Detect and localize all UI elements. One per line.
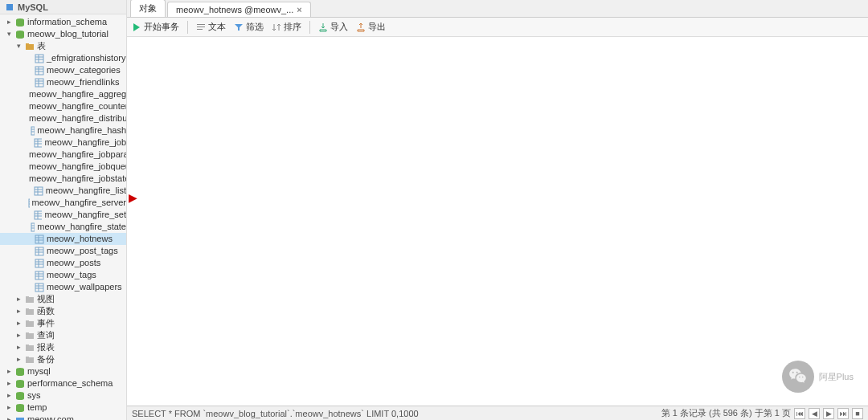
sort-icon — [272, 22, 281, 32]
svg-rect-95 — [26, 333, 34, 339]
page-next-button[interactable]: ▶ — [823, 408, 834, 419]
section-folder[interactable]: ▸查询 — [0, 329, 126, 341]
table-node[interactable]: meowv_hangfire_job — [0, 137, 126, 149]
page-first-button[interactable]: ⏮ — [794, 408, 805, 419]
export-icon — [356, 22, 366, 32]
filter-icon — [234, 22, 244, 32]
svg-rect-93 — [26, 321, 34, 327]
table-node[interactable]: meowv_categories — [0, 64, 126, 76]
table-node[interactable]: meowv_hangfire_list — [0, 185, 126, 197]
svg-point-103 — [16, 373, 24, 376]
play-icon — [132, 22, 141, 32]
close-icon[interactable]: × — [297, 5, 301, 14]
tab-label: meowv_hotnews @meowv_... — [176, 5, 293, 14]
svg-rect-98 — [26, 345, 29, 346]
table-node[interactable]: meowv_wallpapers — [0, 281, 126, 293]
tree-root-mysql[interactable]: MySQL — [0, 0, 126, 14]
table-node[interactable]: meowv_hangfire_jobqueue — [0, 161, 126, 173]
import-button[interactable]: 导入 — [318, 21, 348, 33]
svg-rect-96 — [26, 332, 29, 334]
table-node[interactable]: meowv_posts — [0, 257, 126, 269]
svg-rect-92 — [26, 308, 29, 310]
table-node[interactable]: meowv_hangfire_server — [0, 197, 126, 209]
svg-rect-100 — [26, 357, 29, 358]
svg-rect-13 — [35, 67, 43, 75]
section-folder[interactable]: ▸报表 — [0, 341, 126, 353]
status-query: SELECT * FROM `meowv_blog_tutorial`.`meo… — [132, 409, 419, 418]
page-stop-button[interactable]: ■ — [852, 408, 863, 419]
text-view-button[interactable]: 文本 — [196, 21, 226, 33]
svg-point-109 — [16, 397, 24, 400]
record-info: 第 1 条记录 (共 596 条) 于第 1 页 — [661, 407, 791, 419]
table-node[interactable]: meowv_tags — [0, 269, 126, 281]
editor-tab[interactable]: 对象 — [130, 0, 166, 17]
svg-rect-17 — [35, 79, 43, 87]
db-node[interactable]: ▸information_schema — [0, 16, 126, 28]
svg-point-112 — [16, 409, 24, 412]
data-grid-scroll[interactable] — [127, 37, 868, 406]
table-node[interactable]: meowv_friendlinks — [0, 76, 126, 88]
svg-rect-119 — [197, 27, 205, 27]
section-folder[interactable]: ▸视图 — [0, 293, 126, 305]
tree-root-label: MySQL — [18, 2, 48, 12]
svg-rect-118 — [197, 24, 205, 25]
svg-rect-97 — [26, 345, 34, 351]
start-transaction-button[interactable]: 开始事务 — [132, 21, 179, 33]
svg-rect-57 — [29, 199, 30, 207]
db-node[interactable]: ▸sys — [0, 389, 126, 402]
svg-rect-0 — [6, 4, 13, 10]
svg-rect-113 — [16, 418, 24, 421]
tab-label: 对象 — [139, 2, 157, 14]
table-node[interactable]: meowv_hotnews — [0, 233, 126, 245]
database-server-icon — [5, 2, 14, 12]
table-node[interactable]: meowv_hangfire_jobparameter — [0, 149, 126, 161]
import-icon — [318, 22, 328, 32]
page-prev-button[interactable]: ◀ — [809, 408, 820, 419]
sort-button[interactable]: 排序 — [272, 21, 301, 33]
table-node[interactable]: meowv_post_tags — [0, 245, 126, 257]
section-folder[interactable]: ▸事件 — [0, 317, 126, 329]
text-icon — [196, 22, 206, 32]
db-node[interactable]: ▸mysql — [0, 365, 126, 377]
svg-rect-89 — [26, 297, 34, 303]
svg-point-6 — [16, 35, 24, 39]
svg-rect-9 — [35, 55, 43, 63]
pager: 第 1 条记录 (共 596 条) 于第 1 页 ⏮ ◀ ▶ ⏭ ■ — [661, 407, 863, 419]
table-node[interactable]: meowv_hangfire_state — [0, 221, 126, 233]
svg-point-106 — [16, 385, 24, 388]
svg-rect-8 — [26, 43, 29, 45]
editor-tab[interactable]: meowv_hotnews @meowv_...× — [167, 2, 311, 17]
server-node[interactable]: ▸meowv.com — [0, 414, 126, 420]
svg-rect-61 — [35, 211, 43, 219]
table-node[interactable]: meowv_hangfire_distributedlock — [0, 112, 126, 124]
db-node[interactable]: ▸temp — [0, 402, 126, 414]
export-button[interactable]: 导出 — [356, 21, 386, 33]
svg-point-3 — [16, 23, 24, 27]
svg-rect-53 — [35, 187, 43, 195]
svg-marker-117 — [133, 23, 140, 31]
db-node[interactable]: ▸performance_schema — [0, 377, 126, 389]
toolbar: 开始事务 文本 筛选 排序 导入 导出 — [127, 18, 868, 37]
section-folder[interactable]: ▸备份 — [0, 353, 126, 365]
svg-rect-85 — [35, 283, 43, 292]
filter-button[interactable]: 筛选 — [234, 21, 264, 33]
table-node[interactable]: meowv_hangfire_jobstate — [0, 173, 126, 185]
svg-rect-94 — [26, 320, 29, 322]
tables-folder[interactable]: ▾表 — [0, 40, 126, 52]
svg-rect-91 — [26, 309, 34, 315]
svg-rect-37 — [35, 139, 43, 147]
table-node[interactable]: meowv_hangfire_hash — [0, 124, 126, 137]
table-node[interactable]: meowv_hangfire_aggregatedcount — [0, 88, 126, 100]
svg-rect-77 — [35, 259, 43, 267]
table-node[interactable]: meowv_hangfire_counter — [0, 100, 126, 112]
svg-rect-81 — [35, 271, 43, 279]
svg-rect-120 — [197, 29, 203, 30]
table-node[interactable]: _efmigrationshistory — [0, 52, 126, 64]
status-bar: SELECT * FROM `meowv_blog_tutorial`.`meo… — [127, 406, 868, 420]
table-node[interactable]: meowv_hangfire_set — [0, 209, 126, 221]
db-node[interactable]: ▾meowv_blog_tutorial — [0, 28, 126, 40]
svg-rect-90 — [26, 296, 29, 298]
page-last-button[interactable]: ⏭ — [837, 408, 849, 419]
section-folder[interactable]: ▸函数 — [0, 305, 126, 317]
editor-tabs: 对象meowv_hotnews @meowv_...× — [127, 0, 868, 18]
